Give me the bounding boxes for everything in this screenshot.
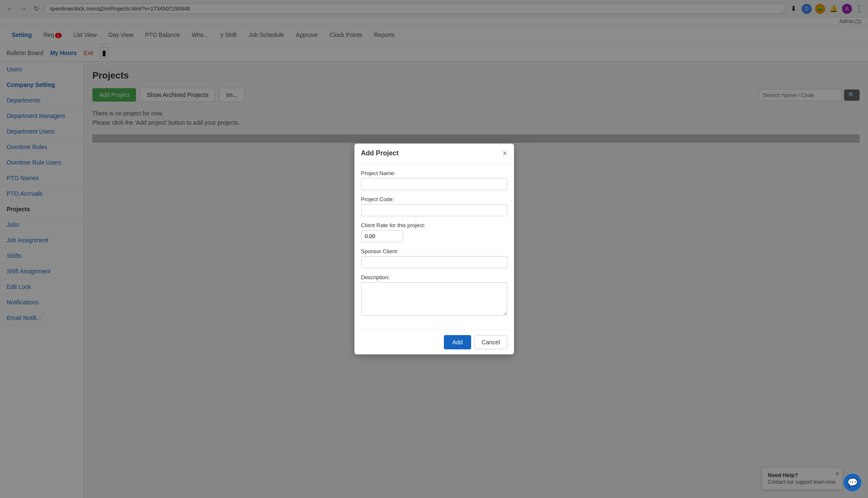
modal-body: Project Name: Project Code: Client Rate … [354,163,514,330]
project-name-input[interactable] [361,178,507,190]
project-name-group: Project Name: [361,170,507,190]
modal-header: Add Project × [354,144,514,163]
sponsor-client-group: Sponsor Client: [361,248,507,268]
client-rate-label: Client Rate for this project: [361,222,507,228]
project-code-input[interactable] [361,204,507,216]
sponsor-client-label: Sponsor Client: [361,248,507,254]
description-textarea[interactable] [361,282,507,316]
modal-footer: Add Cancel [354,330,514,354]
modal-close-button[interactable]: × [503,149,507,157]
description-group: Description: [361,274,507,317]
modal-cancel-button[interactable]: Cancel [475,335,507,349]
modal-add-button[interactable]: Add [444,335,471,349]
project-code-group: Project Code: [361,196,507,216]
description-label: Description: [361,274,507,280]
chat-icon[interactable]: 💬 [844,474,861,491]
client-rate-group: Client Rate for this project: [361,222,507,242]
modal-title: Add Project [361,149,399,157]
sponsor-client-input[interactable] [361,256,507,268]
add-project-modal: Add Project × Project Name: Project Code… [354,144,514,354]
client-rate-input[interactable] [361,230,403,242]
project-code-label: Project Code: [361,196,507,202]
modal-overlay: Add Project × Project Name: Project Code… [0,0,868,498]
project-name-label: Project Name: [361,170,507,176]
